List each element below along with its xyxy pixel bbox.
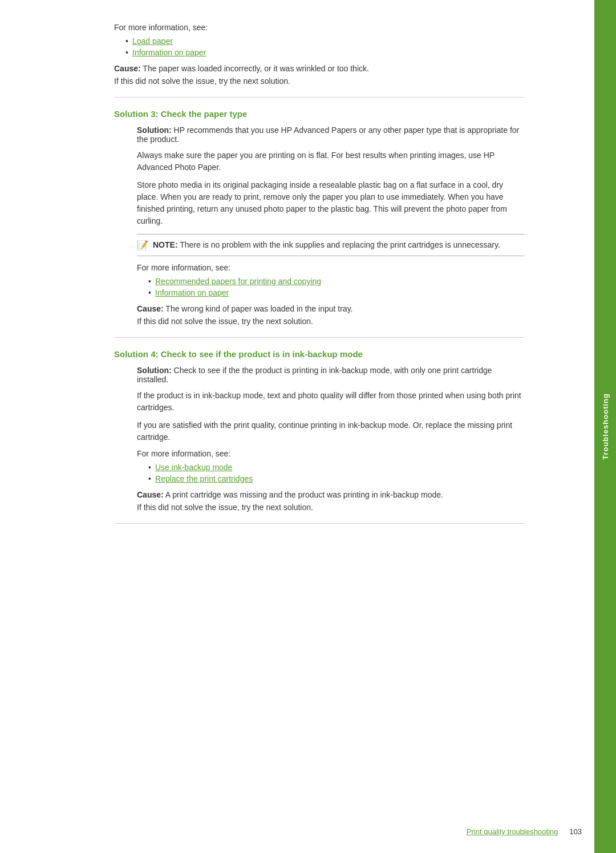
solution3-para2: Store photo media in its original packag… [137,179,525,227]
solution4-para1: If the product is in ink-backup mode, te… [137,390,525,414]
solution4-cause-label: Cause: [137,490,164,499]
solution3-for-more-info: For more information, see: [137,263,525,272]
footer-link[interactable]: Print quality troubleshooting [467,827,558,836]
solution4-link-ink-backup[interactable]: Use ink-backup mode [155,463,232,472]
solution3-cause-text: The wrong kind of paper was loaded in th… [164,304,353,313]
intro-links-list: Load paper Information on paper [125,37,525,57]
intro-link-load-paper[interactable]: Load paper [132,37,173,46]
solution4-next-solution: If this did not solve the issue, try the… [137,503,525,512]
divider-1 [114,97,525,98]
footer-page-number: 103 [569,827,582,836]
sidebar-label: Troubleshooting [601,393,610,460]
solution3-label-text: Solution: HP recommends that you use HP … [137,126,525,144]
divider-2 [114,337,525,338]
page-container: For more information, see: Load paper In… [0,0,616,853]
solution3-link-item-1: Recommended papers for printing and copy… [148,277,525,286]
solution3-note-text: NOTE: There is no problem with the ink s… [153,239,500,251]
solution3-note-box: 📝 NOTE: There is no problem with the ink… [137,234,525,256]
solution4-links-list: Use ink-backup mode Replace the print ca… [148,463,525,483]
solution3-text: HP recommends that you use HP Advanced P… [137,126,519,144]
solution4-link-item-2: Replace the print cartridges [148,474,525,483]
solution3-links-list: Recommended papers for printing and copy… [148,277,525,297]
solution4-para2: If you are satisfied with the print qual… [137,419,525,443]
main-content: For more information, see: Load paper In… [0,0,559,853]
solution3-link-item-2: Information on paper [148,288,525,297]
intro-for-more-info: For more information, see: [114,23,525,32]
solution4-for-more-info: For more information, see: [137,449,525,458]
intro-section: For more information, see: Load paper In… [114,23,525,86]
solution3-link-recommended-papers[interactable]: Recommended papers for printing and copy… [155,277,321,286]
solution4-link-item-1: Use ink-backup mode [148,463,525,472]
solution3-label: Solution: [137,126,172,135]
solution3-para1: Always make sure the paper you are print… [137,149,525,173]
solution3-cause: Cause: The wrong kind of paper was loade… [137,304,525,313]
solution4-cause-text: A print cartridge was missing and the pr… [164,490,443,499]
footer: Print quality troubleshooting 103 [467,827,582,836]
solution3-note-label: NOTE: [153,240,178,249]
intro-link-info-on-paper[interactable]: Information on paper [132,48,206,57]
solution4-text: Check to see if the the product is print… [137,366,492,384]
solution4-section: Solution 4: Check to see if the product … [114,349,525,512]
solution4-cause: Cause: A print cartridge was missing and… [137,490,525,499]
solution3-cause-label: Cause: [137,304,164,313]
solution3-link-info-on-paper[interactable]: Information on paper [155,288,229,297]
divider-3 [114,523,525,524]
solution4-link-replace-cartridges[interactable]: Replace the print cartridges [155,474,253,483]
solution3-section: Solution 3: Check the paper type Solutio… [114,109,525,326]
solution3-note-content: There is no problem with the ink supplie… [178,240,500,249]
note-icon: 📝 [137,240,148,250]
solution3-heading: Solution 3: Check the paper type [114,109,525,119]
sidebar: Troubleshooting [594,0,616,853]
intro-link-item-2: Information on paper [125,48,525,57]
solution3-next-solution: If this did not solve the issue, try the… [137,317,525,326]
solution4-body: Solution: Check to see if the the produc… [137,366,525,512]
intro-cause: Cause: The paper was loaded incorrectly,… [114,64,525,73]
intro-cause-text: The paper was loaded incorrectly, or it … [141,64,369,73]
solution4-heading: Solution 4: Check to see if the product … [114,349,525,359]
intro-next-solution: If this did not solve the issue, try the… [114,76,525,86]
intro-cause-label: Cause: [114,64,141,73]
solution4-label: Solution: [137,366,172,375]
solution4-label-text: Solution: Check to see if the the produc… [137,366,525,384]
solution3-body: Solution: HP recommends that you use HP … [137,126,525,326]
intro-link-item-1: Load paper [125,37,525,46]
